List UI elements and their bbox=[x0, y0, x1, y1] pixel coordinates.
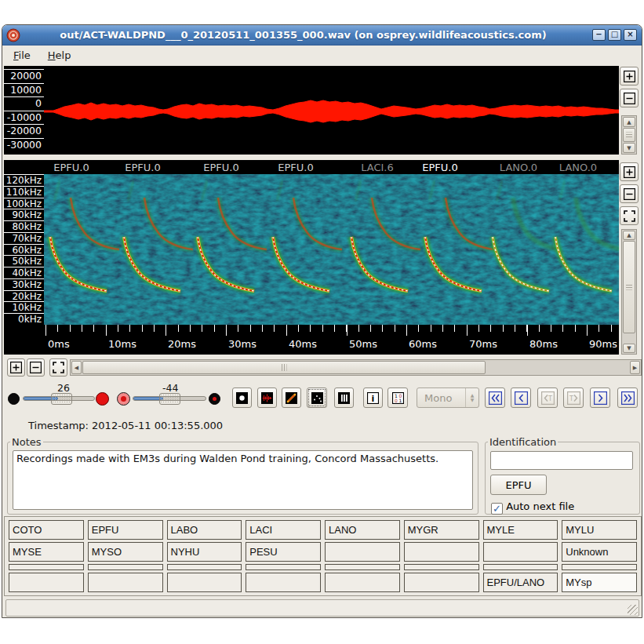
menu-help[interactable]: Help bbox=[42, 48, 78, 63]
species-button[interactable]: LABO bbox=[167, 520, 242, 540]
species-button[interactable] bbox=[88, 564, 163, 570]
call-label[interactable]: EPFU.0 bbox=[125, 162, 160, 173]
scroll-down-icon[interactable]: ▼ bbox=[623, 143, 635, 153]
species-button[interactable]: Unknown bbox=[562, 542, 637, 562]
species-button[interactable]: MYsp bbox=[562, 573, 637, 592]
resize-grip[interactable] bbox=[628, 605, 638, 615]
spectrogram-fit-button[interactable] bbox=[620, 206, 639, 225]
waveform-view-button[interactable] bbox=[257, 387, 277, 408]
species-button[interactable]: NYHU bbox=[167, 542, 242, 562]
species-button[interactable] bbox=[167, 573, 242, 592]
species-button[interactable] bbox=[88, 573, 163, 592]
first-file-button[interactable] bbox=[485, 387, 505, 408]
compressed-view-button[interactable] bbox=[334, 387, 354, 408]
scroll-left-icon[interactable]: ◀ bbox=[71, 361, 82, 374]
freq-tick-label: 80kHz bbox=[4, 220, 44, 232]
close-button[interactable]: × bbox=[624, 29, 637, 41]
record-dot-view-button[interactable] bbox=[232, 387, 252, 408]
spectrogram-plot[interactable] bbox=[44, 174, 619, 325]
scroll-up-icon[interactable]: ▲ bbox=[623, 117, 635, 127]
spectrogram-panel[interactable]: EPFU.0 EPFU.0 EPFU.0 EPFU.0 LACI.6 EPFU.… bbox=[4, 160, 619, 355]
call-label[interactable]: EPFU.0 bbox=[203, 162, 238, 173]
species-button[interactable]: MYSO bbox=[88, 542, 163, 562]
species-button[interactable] bbox=[325, 564, 400, 570]
gain-slider-thumb[interactable] bbox=[159, 393, 180, 405]
species-button[interactable] bbox=[562, 564, 637, 570]
waveform-plot[interactable] bbox=[44, 66, 619, 155]
auto-next-checkbox[interactable]: ✓ bbox=[491, 503, 503, 515]
freq-tick-label: 90kHz bbox=[4, 209, 44, 220]
species-button[interactable]: LANO bbox=[325, 520, 400, 540]
species-button[interactable]: MYLE bbox=[483, 520, 558, 540]
waveform-zoom-out-button[interactable] bbox=[620, 89, 639, 107]
species-button[interactable] bbox=[9, 573, 84, 592]
species-button[interactable]: COTO bbox=[9, 520, 84, 540]
volume-slider-thumb[interactable] bbox=[51, 393, 72, 405]
last-file-button[interactable] bbox=[617, 387, 638, 408]
call-label[interactable]: LANO.0 bbox=[500, 162, 537, 173]
species-button[interactable] bbox=[246, 564, 321, 570]
amplitude-tick-label: -10000 bbox=[4, 111, 44, 125]
title-bar[interactable]: out/ACT-WALDPND___0_20120511_001355_000.… bbox=[2, 25, 642, 45]
metadata-button[interactable]: 1001 bbox=[387, 387, 408, 408]
previous-tagged-button[interactable]: T bbox=[537, 387, 558, 408]
minimize-button[interactable]: − bbox=[592, 29, 606, 41]
species-button[interactable]: MYSE bbox=[9, 542, 84, 562]
spectrogram-scroll-thumb[interactable] bbox=[623, 241, 635, 333]
time-zoom-out-button[interactable] bbox=[27, 358, 45, 377]
spinner-icon[interactable]: ▲▼ bbox=[465, 388, 478, 407]
info-button[interactable]: i bbox=[363, 387, 383, 408]
call-label[interactable]: EPFU.0 bbox=[278, 162, 313, 173]
call-label-selected[interactable]: EPFU.0 bbox=[422, 162, 457, 173]
time-scroll-thumb[interactable] bbox=[82, 361, 486, 374]
dot-view-button[interactable] bbox=[307, 387, 327, 408]
species-button[interactable] bbox=[246, 573, 321, 592]
waveform-vertical-scrollbar[interactable]: ▲ ▼ bbox=[621, 115, 637, 155]
waveform-zoom-in-button[interactable] bbox=[620, 67, 639, 86]
maximize-button[interactable]: □ bbox=[608, 29, 621, 41]
freq-tick-label: 40kHz bbox=[4, 267, 44, 278]
waveform-panel[interactable]: 20000 10000 0 -10000 -20000 -30000 bbox=[4, 66, 619, 155]
species-button[interactable]: LACI bbox=[246, 520, 321, 540]
species-button[interactable]: PESU bbox=[246, 542, 321, 562]
species-button[interactable] bbox=[404, 573, 479, 592]
species-button[interactable]: MYGR bbox=[404, 520, 479, 540]
species-button[interactable] bbox=[404, 564, 479, 570]
species-button[interactable] bbox=[325, 573, 400, 592]
species-button[interactable] bbox=[483, 564, 558, 570]
next-file-button[interactable] bbox=[590, 387, 610, 408]
species-button[interactable]: MYLU bbox=[562, 520, 637, 540]
species-button[interactable] bbox=[404, 542, 479, 562]
channel-mode-select[interactable]: Mono ▲▼ bbox=[417, 387, 479, 408]
species-button[interactable] bbox=[9, 564, 84, 570]
next-tagged-button[interactable]: T bbox=[563, 387, 584, 408]
spectrogram-zoom-in-button[interactable] bbox=[620, 162, 639, 181]
spectrogram-vertical-scrollbar[interactable]: ▲ ▼ bbox=[621, 229, 637, 355]
species-button[interactable]: EPFU bbox=[88, 520, 163, 540]
monitor-led-dot bbox=[213, 397, 216, 401]
apply-identification-button[interactable]: EPFU bbox=[490, 475, 547, 495]
scroll-up-icon[interactable]: ▲ bbox=[623, 231, 635, 240]
notes-textarea[interactable]: Recordings made with EM3s during Walden … bbox=[13, 450, 473, 510]
freq-tick-label: 110kHz bbox=[4, 186, 44, 198]
previous-file-button[interactable] bbox=[511, 387, 531, 408]
menu-file[interactable]: File bbox=[7, 48, 37, 63]
time-zoom-in-button[interactable] bbox=[7, 358, 25, 377]
species-button[interactable] bbox=[167, 564, 242, 570]
species-button[interactable] bbox=[483, 542, 558, 562]
scroll-down-icon[interactable]: ▼ bbox=[623, 344, 635, 353]
waveform-scroll-thumb[interactable] bbox=[623, 128, 635, 142]
time-horizontal-scrollbar[interactable]: ◀ ▶ bbox=[70, 359, 642, 376]
time-fit-button[interactable] bbox=[49, 358, 67, 377]
species-button[interactable]: EPFU/LANO bbox=[483, 573, 558, 592]
spectrogram-zoom-out-button[interactable] bbox=[620, 184, 639, 203]
svg-text:0: 0 bbox=[395, 398, 398, 403]
scroll-right-icon[interactable]: ▶ bbox=[630, 361, 640, 374]
identification-input[interactable] bbox=[490, 451, 633, 470]
call-label[interactable]: LACI.6 bbox=[361, 162, 394, 173]
spectrogram-view-button[interactable] bbox=[282, 387, 301, 408]
species-button[interactable] bbox=[325, 542, 400, 562]
call-label[interactable]: LANO.0 bbox=[559, 162, 597, 173]
call-label[interactable]: EPFU.0 bbox=[53, 162, 89, 173]
record-led bbox=[117, 392, 130, 406]
